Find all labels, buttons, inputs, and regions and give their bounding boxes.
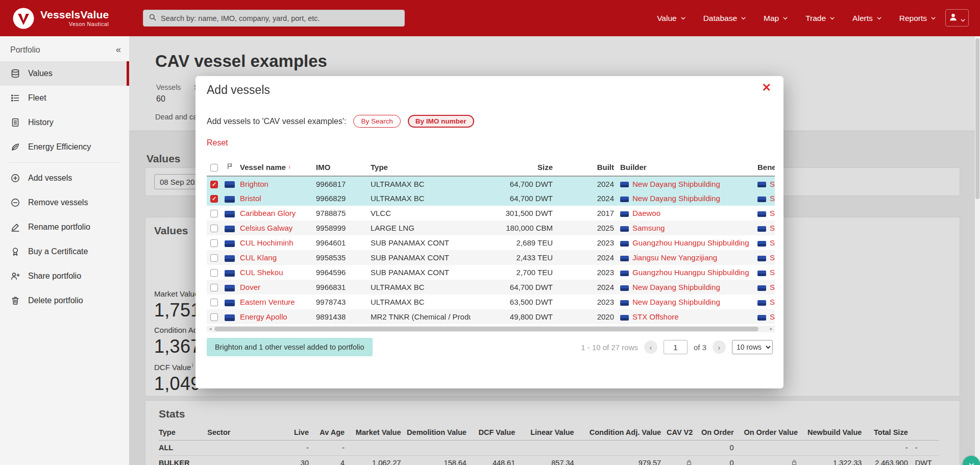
sidebar-item-fleet[interactable]: Fleet bbox=[0, 86, 129, 110]
vessel-bene-link[interactable]: S bbox=[770, 268, 775, 277]
vessel-bene-link[interactable]: S bbox=[770, 298, 775, 306]
col-built[interactable]: Built bbox=[557, 158, 618, 176]
vessel-name-link[interactable]: CUL Klang bbox=[240, 253, 277, 262]
col-bene[interactable]: Bene bbox=[755, 158, 775, 176]
vessel-row[interactable]: CUL Hochiminh9964601SUB PANAMAX CONT2,68… bbox=[207, 235, 775, 250]
vessel-flag-cell bbox=[222, 265, 238, 280]
col-builder[interactable]: Builder bbox=[618, 158, 755, 176]
vessel-checkbox[interactable] bbox=[210, 181, 218, 188]
vessel-row[interactable]: CUL Shekou9964596SUB PANAMAX CONT2,700 T… bbox=[207, 265, 775, 280]
sidebar-item-history[interactable]: History bbox=[0, 110, 129, 135]
horizontal-scrollbar-thumb[interactable] bbox=[214, 327, 758, 331]
vessel-name-link[interactable]: Dover bbox=[240, 283, 260, 291]
vessel-checkbox[interactable] bbox=[210, 239, 218, 247]
col-imo[interactable]: IMO bbox=[314, 158, 369, 176]
sidebar-item-add-vessels[interactable]: Add vessels bbox=[0, 166, 129, 190]
vessel-checkbox[interactable] bbox=[210, 225, 218, 232]
reset-link[interactable]: Reset bbox=[207, 138, 228, 148]
page-number-input[interactable] bbox=[664, 340, 688, 354]
vessel-name-link[interactable]: CUL Hochiminh bbox=[240, 238, 293, 247]
search-input[interactable] bbox=[161, 14, 399, 22]
vessel-row[interactable]: Caribbean Glory9788875VLCC301,500 DWT201… bbox=[207, 206, 775, 221]
vessel-row[interactable]: CUL Klang9958535SUB PANAMAX CONT2,433 TE… bbox=[207, 250, 775, 265]
sidebar-item-buy-a-certificate[interactable]: Buy a Certificate bbox=[0, 239, 129, 264]
vessel-checkbox[interactable] bbox=[210, 195, 218, 203]
vessel-name-link[interactable]: Eastern Venture bbox=[240, 298, 295, 306]
collapse-sidebar-icon[interactable]: « bbox=[116, 44, 121, 55]
vessel-row[interactable]: Energy Apollo9891438MR2 TNKR (Chemical /… bbox=[207, 309, 775, 324]
vessel-builder-link[interactable]: Guangzhou Huangpu Shipbuilding bbox=[632, 268, 749, 277]
vessel-bene-link[interactable]: S bbox=[770, 194, 775, 203]
col-vessel-name[interactable]: Vessel name bbox=[240, 163, 286, 172]
sidebar-item-values[interactable]: Values bbox=[0, 61, 129, 86]
vessel-checkbox[interactable] bbox=[210, 299, 218, 306]
vessel-builder-link[interactable]: Samsung bbox=[632, 224, 665, 232]
col-type[interactable]: Type bbox=[369, 158, 471, 176]
vessel-name-link[interactable]: CUL Shekou bbox=[240, 268, 283, 277]
vessel-checkbox[interactable] bbox=[210, 269, 218, 277]
vessel-row[interactable]: Celsius Galway9958999LARGE LNG180,000 CB… bbox=[207, 221, 775, 235]
vessel-flag-icon bbox=[225, 226, 235, 232]
close-icon[interactable]: ✕ bbox=[762, 81, 771, 94]
vessel-builder-link[interactable]: Jiangsu New Yangzijiang bbox=[632, 253, 717, 262]
vessel-name-link[interactable]: Caribbean Glory bbox=[240, 209, 296, 217]
vessel-name-link[interactable]: Brighton bbox=[240, 180, 268, 188]
vessel-flag-icon bbox=[225, 181, 235, 188]
scroll-right-icon[interactable]: ► bbox=[768, 326, 775, 332]
vessel-bene-link[interactable]: S bbox=[770, 283, 775, 291]
nav-item-database[interactable]: Database bbox=[703, 14, 746, 23]
vessel-checkbox[interactable] bbox=[210, 254, 218, 262]
vessel-type: ULTRAMAX BC bbox=[369, 176, 471, 191]
vessel-bene-link[interactable]: S bbox=[770, 180, 775, 188]
vessel-bene-link[interactable]: S bbox=[770, 238, 775, 247]
page-count-label: of 3 bbox=[694, 343, 706, 352]
vessel-bene-link[interactable]: S bbox=[770, 253, 775, 262]
sidebar-item-share-portfolio[interactable]: Share portfolio bbox=[0, 264, 129, 288]
vessel-builder-link[interactable]: Guangzhou Huangpu Shipbuilding bbox=[632, 238, 749, 247]
by-imo-number-tab[interactable]: By IMO number bbox=[408, 115, 474, 128]
nav-item-map[interactable]: Map bbox=[764, 14, 788, 23]
vessel-checkbox[interactable] bbox=[210, 284, 218, 291]
nav-item-alerts[interactable]: Alerts bbox=[852, 14, 882, 23]
vessel-row[interactable]: Eastern Venture9978743ULTRAMAX BC63,500 … bbox=[207, 295, 775, 309]
vessel-builder-link[interactable]: New Dayang Shipbuilding bbox=[632, 283, 720, 291]
vessel-checkbox[interactable] bbox=[210, 210, 218, 217]
brand-logo[interactable]: VesselsValue Veson Nautical bbox=[0, 7, 109, 30]
nav-item-value[interactable]: Value bbox=[657, 14, 686, 23]
by-search-tab[interactable]: By Search bbox=[353, 115, 400, 128]
user-menu-button[interactable] bbox=[945, 9, 969, 27]
select-all-checkbox[interactable] bbox=[210, 164, 218, 172]
vessel-checkbox-cell bbox=[207, 280, 222, 295]
rows-per-page-select[interactable]: 10 rows bbox=[732, 340, 773, 354]
vessel-bene-link[interactable]: S bbox=[770, 224, 775, 232]
sidebar-item-rename-portfolio[interactable]: Rename portfolio bbox=[0, 215, 129, 239]
page-scrollbar[interactable] bbox=[975, 36, 980, 465]
scroll-left-icon[interactable]: ◄ bbox=[207, 326, 214, 332]
vessel-builder-link[interactable]: Daewoo bbox=[632, 209, 660, 217]
sidebar-item-remove-vessels[interactable]: Remove vessels bbox=[0, 190, 129, 215]
prev-page-button[interactable]: ‹ bbox=[644, 340, 657, 354]
vessel-row[interactable]: Dover9966831ULTRAMAX BC64,700 DWT2024New… bbox=[207, 280, 775, 295]
vessel-bene-link[interactable]: S bbox=[770, 209, 775, 217]
vessel-name-link[interactable]: Bristol bbox=[240, 194, 261, 203]
vessel-builder-link[interactable]: STX Offshore bbox=[632, 312, 679, 321]
col-size[interactable]: Size bbox=[471, 158, 557, 176]
horizontal-scrollbar[interactable]: ◄ ► bbox=[207, 326, 775, 332]
bene-flag-icon bbox=[757, 285, 766, 291]
vessel-builder-link[interactable]: New Dayang Shipbuilding bbox=[632, 298, 720, 306]
vessel-name-link[interactable]: Energy Apollo bbox=[240, 312, 287, 321]
vessel-row[interactable]: Bristol9966829ULTRAMAX BC64,700 DWT2024N… bbox=[207, 191, 775, 206]
nav-item-reports[interactable]: Reports bbox=[899, 14, 936, 23]
vessel-bene-link[interactable]: S bbox=[770, 312, 775, 321]
pagination-range: 1 - 10 of 27 rows bbox=[581, 343, 638, 352]
vessel-builder-link[interactable]: New Dayang Shipbuilding bbox=[632, 194, 720, 203]
sidebar-item-delete-portfolio[interactable]: Delete portfolio bbox=[0, 288, 129, 313]
page-scrollbar-thumb[interactable] bbox=[975, 38, 979, 199]
nav-item-trade[interactable]: Trade bbox=[805, 14, 835, 23]
vessel-name-link[interactable]: Celsius Galway bbox=[240, 224, 292, 232]
next-page-button[interactable]: › bbox=[713, 340, 726, 354]
vessel-checkbox[interactable] bbox=[210, 313, 218, 321]
vessel-row[interactable]: Brighton9966817ULTRAMAX BC64,700 DWT2024… bbox=[207, 176, 775, 191]
sidebar-item-energy-efficiency[interactable]: Energy Efficiency bbox=[0, 135, 129, 159]
vessel-builder-link[interactable]: New Dayang Shipbuilding bbox=[632, 180, 720, 188]
